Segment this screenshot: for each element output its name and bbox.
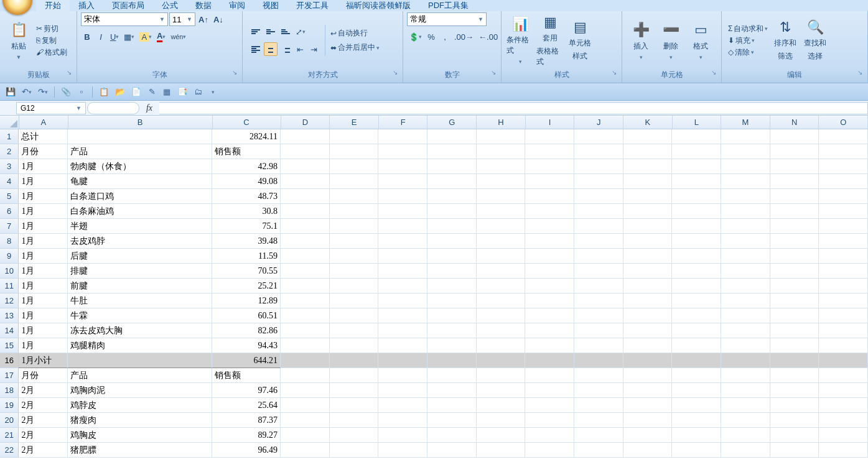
cell[interactable]: [623, 204, 673, 219]
cell[interactable]: [330, 174, 379, 189]
cell[interactable]: [721, 144, 770, 159]
cell[interactable]: 1月: [19, 234, 68, 249]
row-header[interactable]: 1: [0, 129, 19, 144]
cell[interactable]: [623, 368, 673, 383]
cell[interactable]: [427, 159, 477, 174]
cell[interactable]: 94.43: [212, 338, 281, 353]
row-header[interactable]: 22: [0, 443, 19, 458]
paste-button[interactable]: 📋 粘贴 ▼: [4, 19, 34, 62]
cell[interactable]: [477, 294, 526, 308]
cell[interactable]: [819, 338, 868, 353]
row-header[interactable]: 13: [0, 308, 19, 323]
cell[interactable]: [770, 204, 819, 219]
align-bottom-button[interactable]: [279, 25, 292, 39]
cell[interactable]: [525, 129, 574, 144]
align-top-button[interactable]: [249, 25, 263, 39]
fx-icon[interactable]: fx: [139, 103, 159, 113]
qat-btn-5[interactable]: ▦: [161, 85, 173, 99]
cell[interactable]: [427, 338, 477, 353]
cell[interactable]: [281, 383, 330, 398]
cell[interactable]: [330, 129, 379, 144]
format-cells-button[interactable]: ▭格式▾: [686, 19, 716, 62]
cell[interactable]: [819, 279, 868, 294]
number-format-select[interactable]: 常规▼: [407, 12, 487, 26]
col-header-M[interactable]: M: [721, 116, 770, 129]
cell[interactable]: [330, 383, 379, 398]
cell[interactable]: [574, 294, 623, 308]
cell[interactable]: [721, 368, 770, 383]
cell[interactable]: [574, 204, 623, 219]
row-header[interactable]: 14: [0, 323, 19, 338]
cell[interactable]: 1月: [19, 189, 68, 204]
qat-btn-7[interactable]: 🗂: [192, 85, 204, 99]
cell[interactable]: 半翅: [68, 219, 212, 234]
cell[interactable]: [672, 338, 721, 353]
cell[interactable]: [770, 398, 819, 413]
cell[interactable]: [281, 279, 330, 294]
cell[interactable]: 1月: [19, 219, 68, 234]
cell[interactable]: [819, 189, 868, 204]
row-header[interactable]: 4: [0, 174, 19, 189]
col-header-H[interactable]: H: [477, 116, 526, 129]
cell[interactable]: [721, 338, 770, 353]
delete-cells-button[interactable]: ➖删除▾: [656, 19, 686, 62]
qat-btn-6[interactable]: 📑: [175, 85, 189, 99]
cell[interactable]: [330, 428, 379, 443]
cell[interactable]: [378, 144, 427, 159]
cell[interactable]: [623, 144, 673, 159]
col-header-G[interactable]: G: [427, 116, 477, 129]
cell[interactable]: [427, 323, 477, 338]
cell[interactable]: [721, 308, 770, 323]
col-header-F[interactable]: F: [379, 116, 428, 129]
row-header[interactable]: 2: [0, 144, 19, 159]
col-header-L[interactable]: L: [673, 116, 722, 129]
cell[interactable]: [330, 264, 379, 279]
font-name-select[interactable]: 宋体▼: [81, 12, 168, 26]
cell[interactable]: [819, 159, 868, 174]
worksheet-grid[interactable]: ABCDEFGHIJKLMNO 1总计2824.112月份产品销售额31月勃肉腱…: [0, 116, 868, 458]
cell[interactable]: [281, 443, 330, 458]
cell[interactable]: [574, 189, 623, 204]
cell[interactable]: [770, 129, 819, 144]
cell[interactable]: 2月: [19, 443, 68, 458]
cell[interactable]: 60.51: [212, 308, 281, 323]
cell[interactable]: 1月: [19, 279, 68, 294]
cell[interactable]: [281, 368, 330, 383]
align-left-button[interactable]: [249, 42, 263, 56]
cell[interactable]: [819, 264, 868, 279]
cell[interactable]: [378, 428, 427, 443]
cell[interactable]: [672, 174, 721, 189]
cell[interactable]: [427, 428, 477, 443]
cell[interactable]: [623, 219, 673, 234]
tab-data[interactable]: 数据: [187, 0, 220, 11]
cell[interactable]: [477, 174, 526, 189]
cell[interactable]: [721, 353, 770, 368]
qat-btn-3[interactable]: 📄: [129, 85, 143, 99]
cell[interactable]: 猪瘦肉: [68, 413, 212, 428]
conditional-format-button[interactable]: 📊条件格式▾: [505, 19, 535, 62]
align-right-button[interactable]: [279, 42, 292, 56]
cell[interactable]: [378, 338, 427, 353]
cell[interactable]: 11.59: [212, 249, 281, 264]
cell[interactable]: [378, 234, 427, 249]
cell[interactable]: [330, 308, 379, 323]
cell[interactable]: [574, 383, 623, 398]
cell[interactable]: [623, 398, 673, 413]
cell[interactable]: 产品: [68, 368, 212, 383]
col-header-C[interactable]: C: [213, 116, 281, 129]
cell[interactable]: [281, 413, 330, 428]
cell[interactable]: [672, 323, 721, 338]
cell[interactable]: [574, 129, 623, 144]
cell[interactable]: [721, 428, 770, 443]
cell[interactable]: 39.48: [212, 234, 281, 249]
cell[interactable]: [525, 219, 574, 234]
cell[interactable]: [525, 443, 574, 458]
cell[interactable]: 牛肚: [68, 294, 212, 308]
clear-button[interactable]: ◇清除▾: [728, 47, 768, 58]
cell[interactable]: [770, 234, 819, 249]
cell[interactable]: [574, 338, 623, 353]
cell[interactable]: [378, 129, 427, 144]
cell[interactable]: 25.21: [212, 279, 281, 294]
cell[interactable]: 后腱: [68, 249, 212, 264]
cell[interactable]: [672, 428, 721, 443]
